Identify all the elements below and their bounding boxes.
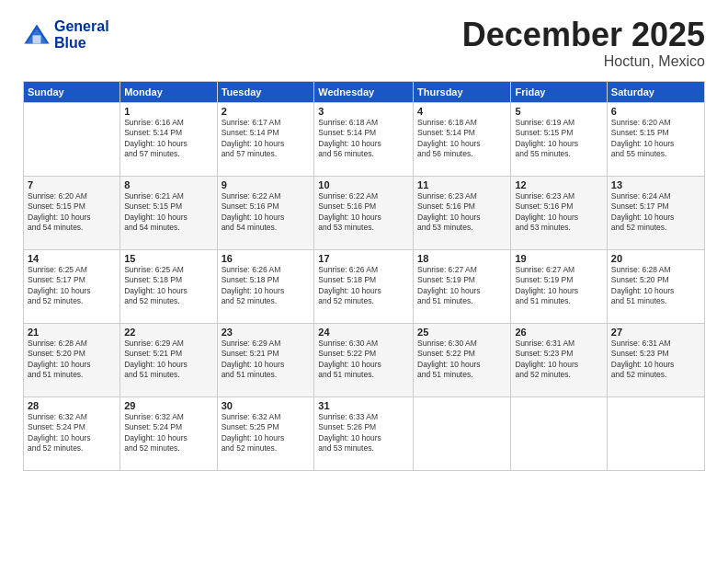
day-cell: 28Sunrise: 6:32 AM Sunset: 5:24 PM Dayli… [24, 397, 120, 471]
day-number: 19 [515, 253, 602, 264]
day-cell: 12Sunrise: 6:23 AM Sunset: 5:16 PM Dayli… [511, 177, 607, 250]
calendar-body: 1Sunrise: 6:16 AM Sunset: 5:14 PM Daylig… [24, 103, 705, 471]
day-number: 20 [611, 253, 700, 264]
day-cell [607, 397, 704, 471]
week-row-3: 21Sunrise: 6:28 AM Sunset: 5:20 PM Dayli… [24, 324, 705, 397]
day-info: Sunrise: 6:33 AM Sunset: 5:26 PM Dayligh… [318, 412, 409, 454]
day-cell: 24Sunrise: 6:30 AM Sunset: 5:22 PM Dayli… [314, 324, 414, 397]
day-info: Sunrise: 6:27 AM Sunset: 5:19 PM Dayligh… [417, 265, 506, 307]
day-cell: 17Sunrise: 6:26 AM Sunset: 5:18 PM Dayli… [314, 250, 414, 324]
day-info: Sunrise: 6:31 AM Sunset: 5:23 PM Dayligh… [611, 339, 700, 381]
day-info: Sunrise: 6:26 AM Sunset: 5:18 PM Dayligh… [222, 265, 311, 307]
day-cell: 21Sunrise: 6:28 AM Sunset: 5:20 PM Dayli… [24, 324, 120, 397]
day-number: 13 [611, 179, 700, 190]
calendar-table: SundayMondayTuesdayWednesdayThursdayFrid… [23, 81, 705, 471]
day-number: 30 [222, 400, 311, 411]
day-cell: 31Sunrise: 6:33 AM Sunset: 5:26 PM Dayli… [314, 397, 414, 471]
day-number: 3 [318, 106, 409, 117]
page: General Blue December 2025 Hoctun, Mexic… [0, 0, 728, 563]
week-row-2: 14Sunrise: 6:25 AM Sunset: 5:17 PM Dayli… [24, 250, 705, 324]
day-info: Sunrise: 6:17 AM Sunset: 5:14 PM Dayligh… [222, 118, 311, 160]
week-row-1: 7Sunrise: 6:20 AM Sunset: 5:15 PM Daylig… [24, 177, 705, 250]
day-cell: 6Sunrise: 6:20 AM Sunset: 5:15 PM Daylig… [607, 103, 704, 177]
day-info: Sunrise: 6:26 AM Sunset: 5:18 PM Dayligh… [318, 265, 409, 307]
day-info: Sunrise: 6:20 AM Sunset: 5:15 PM Dayligh… [28, 191, 116, 234]
day-info: Sunrise: 6:29 AM Sunset: 5:21 PM Dayligh… [124, 339, 212, 381]
day-cell: 8Sunrise: 6:21 AM Sunset: 5:15 PM Daylig… [120, 177, 217, 250]
day-cell: 9Sunrise: 6:22 AM Sunset: 5:16 PM Daylig… [217, 177, 314, 250]
day-cell: 22Sunrise: 6:29 AM Sunset: 5:21 PM Dayli… [120, 324, 217, 397]
day-number: 5 [515, 106, 602, 117]
title-block: December 2025 Hoctun, Mexico [462, 18, 705, 70]
day-info: Sunrise: 6:30 AM Sunset: 5:22 PM Dayligh… [417, 339, 506, 381]
day-cell: 19Sunrise: 6:27 AM Sunset: 5:19 PM Dayli… [511, 250, 607, 324]
day-info: Sunrise: 6:25 AM Sunset: 5:17 PM Dayligh… [28, 265, 116, 307]
logo-text: General Blue [54, 18, 109, 51]
day-number: 12 [515, 179, 602, 190]
header-row: SundayMondayTuesdayWednesdayThursdayFrid… [24, 82, 705, 103]
calendar-header: SundayMondayTuesdayWednesdayThursdayFrid… [24, 82, 705, 103]
day-info: Sunrise: 6:21 AM Sunset: 5:15 PM Dayligh… [124, 191, 212, 234]
day-cell: 5Sunrise: 6:19 AM Sunset: 5:15 PM Daylig… [511, 103, 607, 177]
day-cell: 15Sunrise: 6:25 AM Sunset: 5:18 PM Dayli… [120, 250, 217, 324]
day-info: Sunrise: 6:32 AM Sunset: 5:24 PM Dayligh… [28, 412, 116, 454]
day-cell: 13Sunrise: 6:24 AM Sunset: 5:17 PM Dayli… [607, 177, 704, 250]
day-cell: 23Sunrise: 6:29 AM Sunset: 5:21 PM Dayli… [217, 324, 314, 397]
day-cell: 18Sunrise: 6:27 AM Sunset: 5:19 PM Dayli… [414, 250, 511, 324]
header-cell-saturday: Saturday [607, 82, 704, 103]
day-number: 29 [124, 400, 212, 411]
day-number: 28 [28, 400, 116, 411]
header-cell-wednesday: Wednesday [314, 82, 414, 103]
day-cell: 16Sunrise: 6:26 AM Sunset: 5:18 PM Dayli… [217, 250, 314, 324]
day-number: 10 [318, 179, 409, 190]
day-info: Sunrise: 6:22 AM Sunset: 5:16 PM Dayligh… [222, 191, 311, 234]
day-cell: 20Sunrise: 6:28 AM Sunset: 5:20 PM Dayli… [607, 250, 704, 324]
day-number: 7 [28, 179, 116, 190]
day-info: Sunrise: 6:18 AM Sunset: 5:14 PM Dayligh… [417, 118, 506, 160]
svg-rect-2 [33, 35, 41, 43]
header-cell-tuesday: Tuesday [217, 82, 314, 103]
day-number: 8 [124, 179, 212, 190]
day-number: 1 [124, 106, 212, 117]
day-number: 9 [222, 179, 311, 190]
day-number: 22 [124, 327, 212, 338]
day-info: Sunrise: 6:32 AM Sunset: 5:25 PM Dayligh… [222, 412, 311, 454]
day-info: Sunrise: 6:30 AM Sunset: 5:22 PM Dayligh… [318, 339, 409, 381]
day-cell: 26Sunrise: 6:31 AM Sunset: 5:23 PM Dayli… [511, 324, 607, 397]
header-cell-sunday: Sunday [24, 82, 120, 103]
day-number: 15 [124, 253, 212, 264]
day-number: 4 [417, 106, 506, 117]
day-cell [24, 103, 120, 177]
day-cell: 27Sunrise: 6:31 AM Sunset: 5:23 PM Dayli… [607, 324, 704, 397]
day-info: Sunrise: 6:32 AM Sunset: 5:24 PM Dayligh… [124, 412, 212, 454]
day-number: 14 [28, 253, 116, 264]
day-info: Sunrise: 6:25 AM Sunset: 5:18 PM Dayligh… [124, 265, 212, 307]
day-cell: 14Sunrise: 6:25 AM Sunset: 5:17 PM Dayli… [24, 250, 120, 324]
day-number: 31 [318, 400, 409, 411]
day-cell: 4Sunrise: 6:18 AM Sunset: 5:14 PM Daylig… [414, 103, 511, 177]
logo-icon [23, 21, 51, 49]
day-info: Sunrise: 6:23 AM Sunset: 5:16 PM Dayligh… [417, 191, 506, 234]
logo: General Blue [23, 18, 109, 51]
day-number: 25 [417, 327, 506, 338]
day-info: Sunrise: 6:20 AM Sunset: 5:15 PM Dayligh… [611, 118, 700, 160]
day-info: Sunrise: 6:16 AM Sunset: 5:14 PM Dayligh… [124, 118, 212, 160]
day-info: Sunrise: 6:19 AM Sunset: 5:15 PM Dayligh… [515, 118, 602, 160]
day-cell [414, 397, 511, 471]
day-info: Sunrise: 6:22 AM Sunset: 5:16 PM Dayligh… [318, 191, 409, 234]
day-cell: 2Sunrise: 6:17 AM Sunset: 5:14 PM Daylig… [217, 103, 314, 177]
day-info: Sunrise: 6:29 AM Sunset: 5:21 PM Dayligh… [222, 339, 311, 381]
day-number: 2 [222, 106, 311, 117]
day-number: 26 [515, 327, 602, 338]
day-cell: 30Sunrise: 6:32 AM Sunset: 5:25 PM Dayli… [217, 397, 314, 471]
day-number: 11 [417, 179, 506, 190]
week-row-0: 1Sunrise: 6:16 AM Sunset: 5:14 PM Daylig… [24, 103, 705, 177]
week-row-4: 28Sunrise: 6:32 AM Sunset: 5:24 PM Dayli… [24, 397, 705, 471]
day-cell: 11Sunrise: 6:23 AM Sunset: 5:16 PM Dayli… [414, 177, 511, 250]
day-cell: 10Sunrise: 6:22 AM Sunset: 5:16 PM Dayli… [314, 177, 414, 250]
day-number: 16 [222, 253, 311, 264]
day-info: Sunrise: 6:28 AM Sunset: 5:20 PM Dayligh… [28, 339, 116, 381]
day-info: Sunrise: 6:27 AM Sunset: 5:19 PM Dayligh… [515, 265, 602, 307]
day-info: Sunrise: 6:18 AM Sunset: 5:14 PM Dayligh… [318, 118, 409, 160]
day-info: Sunrise: 6:23 AM Sunset: 5:16 PM Dayligh… [515, 191, 602, 234]
